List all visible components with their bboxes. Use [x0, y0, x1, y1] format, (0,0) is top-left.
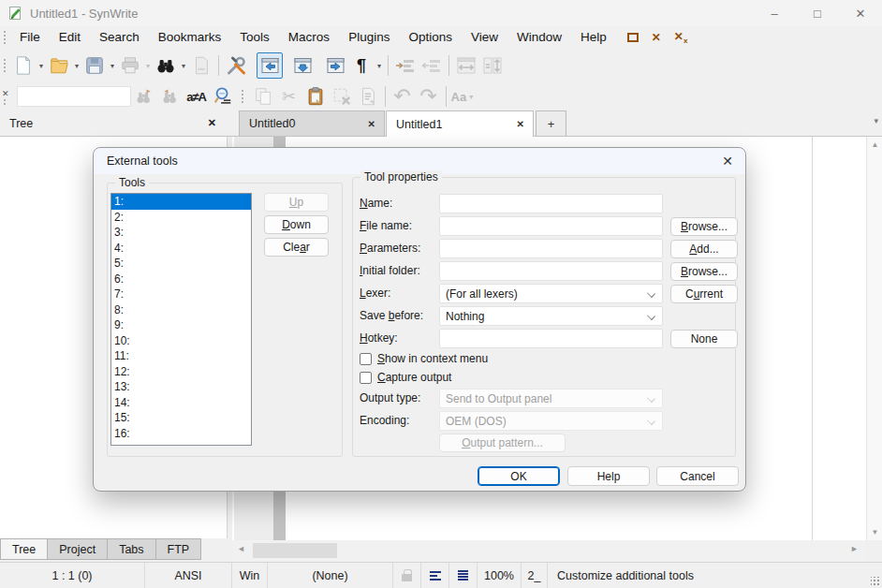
mdi-close-icon[interactable]: ✕	[652, 31, 661, 44]
tree-panel-close-icon[interactable]: ✕	[208, 117, 216, 129]
quick-search-input[interactable]	[17, 86, 131, 107]
split-vertically-button[interactable]	[479, 52, 506, 79]
ruler-cell[interactable]	[449, 563, 478, 588]
scrollbar-thumb[interactable]	[253, 543, 337, 558]
tool-list-item[interactable]: 5:	[111, 256, 251, 272]
tab-list-dropdown-icon[interactable]: ▾	[874, 116, 878, 125]
bottom-panel-tab[interactable]: Tree	[0, 538, 48, 560]
tool-list-item[interactable]: 11:	[111, 348, 251, 364]
line-endings-cell[interactable]: Win	[232, 563, 268, 588]
menu-item[interactable]: Search	[90, 26, 149, 49]
lexer-cell[interactable]: (None)	[268, 563, 393, 588]
ok-button[interactable]: OK	[478, 466, 560, 486]
scroll-left-icon[interactable]: ◄	[237, 544, 245, 553]
current-lexer-button[interactable]: Current	[670, 285, 738, 303]
scroll-down-icon[interactable]: ▼	[867, 528, 882, 537]
parameters-input[interactable]	[439, 239, 663, 258]
show-nonprint-button[interactable]: ¶	[348, 52, 375, 79]
mdi-close-all-icon[interactable]: ✕x	[674, 30, 688, 45]
dialog-close-icon[interactable]: ✕	[722, 154, 733, 169]
split-horizontally-button[interactable]	[453, 52, 479, 79]
save-file-button[interactable]	[81, 52, 108, 79]
resize-grip[interactable]	[871, 577, 880, 586]
bottom-panel-tab[interactable]: FTP	[155, 538, 202, 560]
initial-folder-input[interactable]	[439, 261, 663, 281]
capture-output-row[interactable]: Capture output	[360, 371, 451, 384]
tool-list-item[interactable]: 2:	[111, 210, 251, 226]
scroll-right-icon[interactable]: ►	[850, 544, 859, 553]
toggle-bottom-panel-button[interactable]	[289, 52, 316, 79]
toggle-left-panel-button[interactable]	[257, 52, 283, 79]
indent-decrease-button[interactable]	[419, 52, 445, 79]
indent-cell[interactable]: 2_	[522, 563, 548, 588]
read-only-cell[interactable]	[393, 563, 421, 588]
menu-item[interactable]: Plugins	[339, 26, 399, 49]
tool-list-item[interactable]: 6:	[111, 272, 251, 287]
open-file-button[interactable]	[46, 52, 72, 79]
tab-close-icon[interactable]: ✕	[368, 119, 375, 129]
zoom-search-button[interactable]	[210, 83, 236, 110]
tool-list-item[interactable]: 9:	[111, 317, 251, 333]
tool-list-item[interactable]: 7:	[111, 287, 251, 302]
hotkey-input[interactable]	[439, 329, 663, 348]
toggle-right-panel-button[interactable]	[322, 52, 348, 79]
add-macro-button[interactable]: Add...	[670, 240, 738, 258]
menu-item[interactable]: File	[10, 26, 50, 49]
edit-toolbar-drag-handle[interactable]	[241, 89, 245, 104]
browse-folder-button[interactable]: Browse...	[670, 262, 738, 281]
help-button[interactable]: Help	[567, 466, 650, 486]
find-button[interactable]	[153, 52, 179, 79]
cancel-button[interactable]: Cancel	[656, 466, 739, 486]
search-toolbar-drag-handle[interactable]	[3, 98, 7, 106]
tab-untitled1[interactable]: Untitled1 ✕	[386, 110, 534, 137]
horizontal-scrollbar[interactable]: ◄ ►	[232, 540, 866, 561]
save-file-dropdown-icon[interactable]: ▾	[108, 62, 117, 70]
print-button[interactable]	[117, 52, 143, 79]
close-button[interactable]: ✕	[839, 0, 882, 26]
tool-list-item[interactable]: 13:	[111, 379, 251, 395]
maximize-button[interactable]: □	[796, 0, 839, 26]
paste-button[interactable]	[302, 83, 329, 110]
menu-item[interactable]: Help	[571, 26, 616, 49]
bottom-panel-tab[interactable]: Tabs	[107, 538, 155, 560]
nonprint-dropdown-icon[interactable]: ▾	[375, 62, 384, 70]
open-file-dropdown-icon[interactable]: ▾	[72, 62, 81, 70]
tool-list-item[interactable]: 15:	[111, 410, 251, 426]
browse-file-button[interactable]: Browse...	[670, 217, 738, 236]
find-previous-button[interactable]	[157, 83, 184, 110]
tools-list[interactable]: 1:2:3:4:5:6:7:8:9:10:11:12:13:14:15:16:	[110, 193, 252, 446]
menu-item[interactable]: Bookmarks	[149, 26, 231, 49]
select-all-button[interactable]	[355, 83, 381, 110]
tool-list-item[interactable]: 14:	[111, 395, 251, 411]
hotkey-none-button[interactable]: None	[670, 330, 738, 348]
tool-list-item[interactable]: 16:	[111, 426, 251, 442]
name-input[interactable]	[439, 194, 663, 213]
font-size-button[interactable]: Aa▾	[450, 83, 478, 110]
menu-item[interactable]: Edit	[50, 26, 90, 49]
zoom-cell[interactable]: 100%	[478, 563, 522, 588]
new-file-button[interactable]	[10, 52, 37, 79]
toolbar-close-icon[interactable]: ✕	[2, 88, 9, 98]
scroll-up-icon[interactable]: ▲	[867, 140, 882, 149]
mdi-restore-icon[interactable]	[627, 33, 639, 42]
file-name-input[interactable]	[439, 216, 663, 236]
find-next-button[interactable]	[131, 83, 157, 110]
clear-button[interactable]: Clear	[264, 238, 329, 257]
lexer-combo[interactable]: (For all lexers)	[439, 284, 663, 303]
new-file-dropdown-icon[interactable]: ▾	[37, 62, 46, 70]
find-dropdown-icon[interactable]: ▾	[179, 62, 188, 70]
encoding-cell[interactable]: ANSI	[145, 563, 232, 588]
up-button[interactable]: Up	[264, 193, 329, 212]
save-all-button[interactable]	[188, 52, 214, 79]
tool-list-item[interactable]: 10:	[111, 333, 251, 349]
print-dropdown-icon[interactable]: ▾	[143, 62, 153, 70]
cut-button[interactable]: ✂	[276, 83, 302, 110]
indent-increase-button[interactable]	[392, 52, 419, 79]
menubar-drag-handle[interactable]	[3, 30, 7, 45]
output-pattern-button[interactable]: Output pattern...	[439, 434, 566, 452]
tool-list-item[interactable]: 8:	[111, 302, 251, 318]
menu-item[interactable]: View	[462, 26, 507, 49]
vertical-scrollbar[interactable]: ▲ ▼	[866, 137, 882, 540]
show-context-menu-row[interactable]: Show in context menu	[360, 352, 488, 365]
tab-close-icon[interactable]: ✕	[517, 119, 524, 129]
